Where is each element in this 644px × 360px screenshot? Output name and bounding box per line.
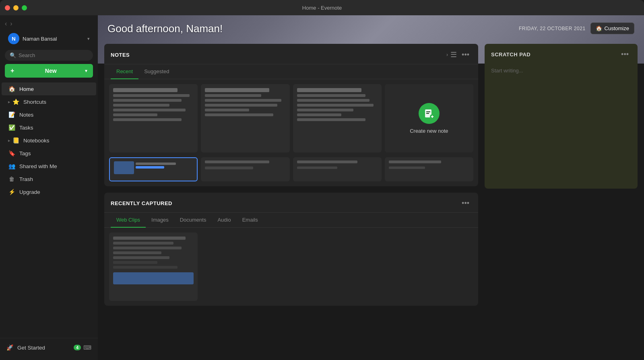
tab-webclips[interactable]: Web Clips <box>111 213 146 228</box>
notes-more-button[interactable]: ••• <box>459 50 472 60</box>
scratch-pad-body[interactable]: Start writing... <box>485 64 638 77</box>
scratch-pad-more-button[interactable]: ••• <box>619 49 631 60</box>
scratch-pad-header: SCRATCH PAD ••• <box>485 44 638 64</box>
tab-emails[interactable]: Emails <box>237 213 264 228</box>
notes-icon: 📝 <box>8 111 15 118</box>
header-right: FRIDAY, 22 OCTOBER 2021 🏠 Customize <box>519 23 634 34</box>
notes-card-title: NOTES <box>111 52 445 58</box>
captured-grid <box>104 228 478 306</box>
note-line <box>297 94 365 97</box>
note-card-1[interactable] <box>109 84 198 152</box>
forward-button[interactable]: › <box>10 20 12 27</box>
titlebar: Home - Evernote <box>0 0 644 15</box>
new-button-chevron-icon: ▾ <box>85 68 87 74</box>
minimize-button[interactable] <box>13 5 19 10</box>
sidebar-item-shared[interactable]: 👥 Shared with Me <box>2 160 96 173</box>
sidebar-bottom: 🚀 Get Started 4 ⌨ <box>0 338 98 357</box>
tasks-icon: ✅ <box>8 124 15 131</box>
left-column: NOTES › ☰ ••• Recent Suggested <box>104 44 478 306</box>
main-header: Good afternoon, Naman! FRIDAY, 22 OCTOBE… <box>98 15 644 40</box>
search-icon: 🔍 <box>10 52 16 58</box>
notes-view-toggle-button[interactable]: ☰ <box>448 49 459 60</box>
content-layout: NOTES › ☰ ••• Recent Suggested <box>104 44 638 306</box>
get-started-label: Get Started <box>17 345 74 351</box>
sidebar-item-tags[interactable]: 🔖 Tags <box>2 147 96 160</box>
tab-images[interactable]: Images <box>146 213 174 228</box>
notes-grid-row1: Create new note <box>104 79 478 157</box>
user-chevron-icon: ▾ <box>87 36 90 41</box>
notes-tabs: Recent Suggested <box>104 64 478 79</box>
get-started-item[interactable]: 🚀 Get Started 4 ⌨ <box>0 341 98 354</box>
maximize-button[interactable] <box>22 5 27 10</box>
sidebar-item-trash[interactable]: 🗑 Trash <box>2 173 96 185</box>
create-note-icon <box>419 103 440 124</box>
main-scroll[interactable]: NOTES › ☰ ••• Recent Suggested <box>98 40 644 360</box>
tab-suggested[interactable]: Suggested <box>138 64 175 79</box>
captured-thumb-1 <box>109 232 198 301</box>
sidebar-trash-label: Trash <box>19 176 33 182</box>
tags-icon: 🔖 <box>8 150 15 157</box>
customize-label: Customize <box>605 25 629 31</box>
sidebar-notes-label: Notes <box>19 112 33 118</box>
recently-captured-more-button[interactable]: ••• <box>459 198 472 208</box>
captured-card-1[interactable] <box>109 232 198 301</box>
user-profile[interactable]: N Naman Bansal ▾ <box>3 31 95 47</box>
sidebar-upgrade-label: Upgrade <box>19 189 40 195</box>
sidebar-item-tasks[interactable]: ✅ Tasks <box>2 121 96 134</box>
keyboard-icon: ⌨ <box>83 344 91 351</box>
back-button[interactable]: ‹ <box>5 20 7 27</box>
note-line <box>297 88 361 92</box>
customize-button[interactable]: 🏠 Customize <box>590 23 634 34</box>
sidebar-tags-label: Tags <box>19 150 31 156</box>
tab-audio[interactable]: Audio <box>212 213 236 228</box>
avatar: N <box>8 33 19 44</box>
note-line <box>113 99 182 102</box>
sidebar-item-notes[interactable]: 📝 Notes <box>2 108 96 121</box>
sidebar-home-label: Home <box>19 86 34 92</box>
note-line <box>113 109 186 111</box>
main-content: Good afternoon, Naman! FRIDAY, 22 OCTOBE… <box>98 15 644 360</box>
sidebar-shortcuts-label: Shortcuts <box>23 99 46 105</box>
sidebar-item-shortcuts[interactable]: ▸ ⭐ Shortcuts <box>2 95 96 108</box>
notes-card-header: NOTES › ☰ ••• <box>104 44 478 64</box>
note-card-partial-2[interactable] <box>201 157 289 181</box>
note-line <box>205 99 281 102</box>
note-card-partial-1[interactable] <box>109 157 198 181</box>
create-note-label: Create new note <box>410 128 448 134</box>
note-thumbnail-2 <box>201 84 289 152</box>
notes-card: NOTES › ☰ ••• Recent Suggested <box>104 44 478 186</box>
note-thumb-partial-4 <box>385 157 473 172</box>
notes-grid-row2 <box>104 157 478 186</box>
search-placeholder: Search <box>19 52 35 58</box>
note-line <box>113 113 157 116</box>
sidebar-item-home[interactable]: 🏠 Home <box>2 82 96 95</box>
tab-documents[interactable]: Documents <box>174 213 212 228</box>
note-line <box>113 118 182 121</box>
note-card-2[interactable] <box>201 84 289 152</box>
tab-recent[interactable]: Recent <box>111 64 138 79</box>
shortcuts-expand-icon: ▸ <box>8 99 10 105</box>
search-bar[interactable]: 🔍 Search <box>5 50 93 61</box>
home-icon: 🏠 <box>8 85 15 93</box>
nav-arrows: ‹ › <box>0 19 98 31</box>
note-line <box>205 104 277 107</box>
notebooks-icon: 📒 <box>12 137 19 144</box>
new-button-label: New <box>17 68 85 74</box>
user-name: Naman Bansal <box>23 36 87 42</box>
get-started-badge: 4 <box>74 345 81 350</box>
note-card-partial-3[interactable] <box>293 157 382 181</box>
note-line <box>297 113 341 116</box>
new-button[interactable]: + New ▾ <box>5 64 93 78</box>
close-button[interactable] <box>5 5 10 10</box>
note-thumbnail-1 <box>109 84 198 152</box>
note-card-partial-4[interactable] <box>385 157 473 181</box>
note-card-3[interactable] <box>293 84 382 152</box>
sidebar-shared-label: Shared with Me <box>19 163 57 169</box>
note-thumb-partial-1 <box>110 158 197 177</box>
sidebar-item-upgrade[interactable]: ⚡ Upgrade <box>2 185 96 198</box>
sidebar-item-notebooks[interactable]: ▸ 📒 Notebooks <box>2 134 96 147</box>
create-note-card[interactable]: Create new note <box>385 84 473 152</box>
right-column: SCRATCH PAD ••• Start writing... <box>485 44 638 189</box>
date-label: FRIDAY, 22 OCTOBER 2021 <box>519 26 586 31</box>
note-line <box>205 88 269 92</box>
